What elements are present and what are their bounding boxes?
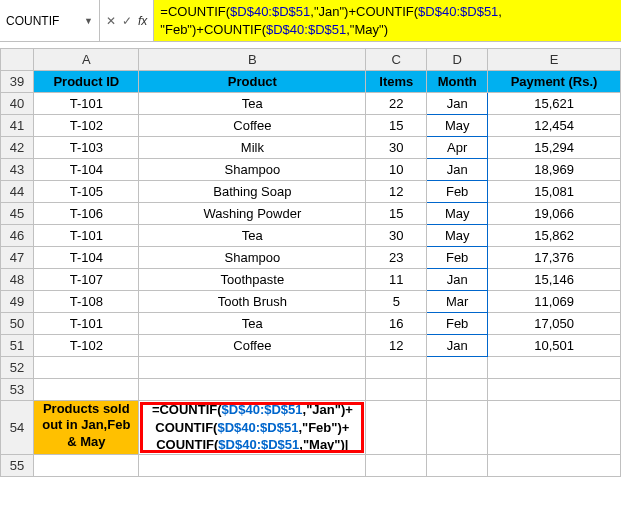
col-header-C[interactable]: C	[366, 49, 427, 71]
cell[interactable]: Month	[427, 71, 488, 93]
cell[interactable]: 15	[366, 115, 427, 137]
cell[interactable]: 17,376	[488, 247, 621, 269]
row-header[interactable]: 47	[1, 247, 34, 269]
row-header[interactable]: 44	[1, 181, 34, 203]
cell[interactable]	[139, 357, 366, 379]
cell[interactable]: Jan	[427, 93, 488, 115]
cell[interactable]: 15,621	[488, 93, 621, 115]
chevron-down-icon[interactable]: ▼	[84, 16, 93, 26]
cell[interactable]: T-101	[34, 93, 139, 115]
col-header-D[interactable]: D	[427, 49, 488, 71]
cell[interactable]	[34, 379, 139, 401]
cell[interactable]: Shampoo	[139, 159, 366, 181]
cell[interactable]: 5	[366, 291, 427, 313]
row-header[interactable]: 48	[1, 269, 34, 291]
row-header[interactable]: 51	[1, 335, 34, 357]
cell[interactable]: 10,501	[488, 335, 621, 357]
row-header[interactable]: 43	[1, 159, 34, 181]
cell[interactable]: T-101	[34, 225, 139, 247]
cell[interactable]	[366, 401, 427, 455]
cell[interactable]: Tea	[139, 225, 366, 247]
cell[interactable]	[488, 379, 621, 401]
cell[interactable]: 12,454	[488, 115, 621, 137]
cell[interactable]	[139, 379, 366, 401]
cell[interactable]: May	[427, 225, 488, 247]
row-header[interactable]: 40	[1, 93, 34, 115]
cancel-icon[interactable]: ✕	[106, 14, 116, 28]
cell[interactable]	[366, 357, 427, 379]
cell[interactable]	[139, 454, 366, 476]
cell[interactable]	[488, 454, 621, 476]
cell[interactable]: 23	[366, 247, 427, 269]
row-header[interactable]: 42	[1, 137, 34, 159]
cell[interactable]	[427, 401, 488, 455]
cell[interactable]: 15	[366, 203, 427, 225]
cell[interactable]: 30	[366, 225, 427, 247]
cell[interactable]: 19,066	[488, 203, 621, 225]
cell[interactable]: Tea	[139, 93, 366, 115]
row-header[interactable]: 45	[1, 203, 34, 225]
cell[interactable]: Coffee	[139, 335, 366, 357]
col-header-A[interactable]: A	[34, 49, 139, 71]
cell[interactable]: T-102	[34, 335, 139, 357]
cell[interactable]: Coffee	[139, 115, 366, 137]
cell[interactable]: 16	[366, 313, 427, 335]
cell[interactable]: Toothpaste	[139, 269, 366, 291]
row-header[interactable]: 50	[1, 313, 34, 335]
cell[interactable]: Bathing Soap	[139, 181, 366, 203]
cell[interactable]: T-103	[34, 137, 139, 159]
row-header[interactable]: 41	[1, 115, 34, 137]
cell[interactable]: 12	[366, 335, 427, 357]
cell[interactable]: Tooth Brush	[139, 291, 366, 313]
cell[interactable]: 12	[366, 181, 427, 203]
cell[interactable]: Feb	[427, 247, 488, 269]
spreadsheet-grid[interactable]: A B C D E 39 Product ID Product Items Mo…	[0, 48, 621, 477]
cell[interactable]: Jan	[427, 159, 488, 181]
row-header[interactable]: 53	[1, 379, 34, 401]
cell[interactable]	[427, 379, 488, 401]
cell[interactable]: 30	[366, 137, 427, 159]
cell[interactable]: 15,862	[488, 225, 621, 247]
cell[interactable]: May	[427, 203, 488, 225]
cell[interactable]	[366, 454, 427, 476]
cell[interactable]: Items	[366, 71, 427, 93]
cell[interactable]	[427, 454, 488, 476]
cell[interactable]: Milk	[139, 137, 366, 159]
enter-icon[interactable]: ✓	[122, 14, 132, 28]
cell[interactable]: Feb	[427, 181, 488, 203]
cell[interactable]: 22	[366, 93, 427, 115]
cell[interactable]: 10	[366, 159, 427, 181]
row-header[interactable]: 46	[1, 225, 34, 247]
cell[interactable]: Tea	[139, 313, 366, 335]
cell[interactable]: Payment (Rs.)	[488, 71, 621, 93]
cell[interactable]: Jan	[427, 269, 488, 291]
cell[interactable]: 11,069	[488, 291, 621, 313]
cell[interactable]: T-107	[34, 269, 139, 291]
cell[interactable]: 15,146	[488, 269, 621, 291]
select-all-corner[interactable]	[1, 49, 34, 71]
cell[interactable]: May	[427, 115, 488, 137]
cell[interactable]: Feb	[427, 313, 488, 335]
name-box[interactable]: COUNTIF ▼	[0, 0, 100, 41]
cell[interactable]: Product ID	[34, 71, 139, 93]
col-header-E[interactable]: E	[488, 49, 621, 71]
formula-bar[interactable]: =COUNTIF($D$40:$D$51,"Jan")+COUNTIF($D$4…	[154, 0, 621, 41]
cell[interactable]: 11	[366, 269, 427, 291]
cell[interactable]: T-105	[34, 181, 139, 203]
cell[interactable]: T-101	[34, 313, 139, 335]
col-header-B[interactable]: B	[139, 49, 366, 71]
row-header[interactable]: 54	[1, 401, 34, 455]
cell[interactable]: T-104	[34, 159, 139, 181]
cell[interactable]: Mar	[427, 291, 488, 313]
cell[interactable]: Shampoo	[139, 247, 366, 269]
cell[interactable]: T-104	[34, 247, 139, 269]
cell[interactable]: Jan	[427, 335, 488, 357]
summary-label-cell[interactable]: Products sold out in Jan,Feb & May	[34, 401, 139, 455]
cell[interactable]: 18,969	[488, 159, 621, 181]
cell[interactable]	[34, 454, 139, 476]
cell[interactable]: Apr	[427, 137, 488, 159]
cell[interactable]	[427, 357, 488, 379]
row-header[interactable]: 52	[1, 357, 34, 379]
row-header[interactable]: 39	[1, 71, 34, 93]
cell[interactable]: Product	[139, 71, 366, 93]
